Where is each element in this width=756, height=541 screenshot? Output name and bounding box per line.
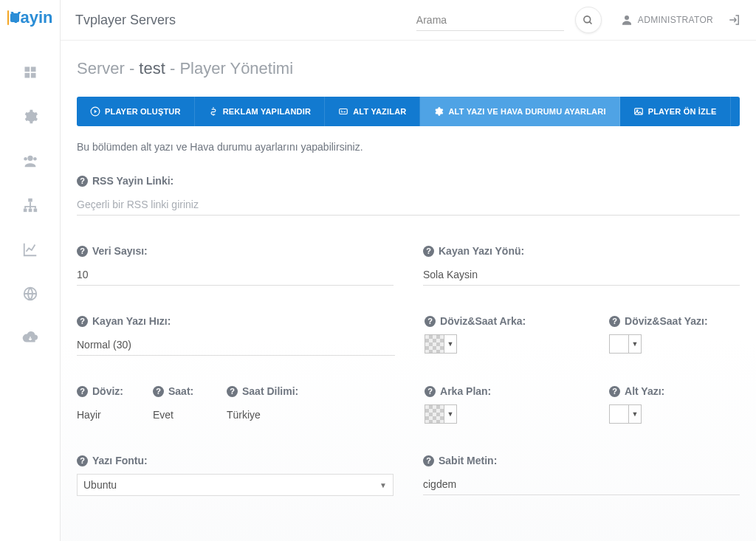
help-icon[interactable]: ?	[77, 246, 88, 257]
saat-field[interactable]: Evet	[153, 404, 197, 425]
svg-point-5	[33, 157, 37, 161]
image-icon	[633, 106, 644, 117]
tab-player-create[interactable]: PLAYER OLUŞTUR	[77, 97, 195, 126]
topbar: Tvplayer Servers ADMINISTRATOR	[61, 0, 756, 41]
sidebar-item-network[interactable]	[0, 183, 60, 227]
sidebar-item-globe[interactable]	[0, 272, 60, 316]
arka-plan-colorpicker[interactable]: ▼	[425, 404, 457, 424]
veri-sayisi-field[interactable]: 10	[77, 264, 394, 286]
color-swatch	[425, 405, 444, 423]
chevron-down-icon: ▼	[379, 481, 387, 489]
help-icon[interactable]: ?	[153, 386, 164, 397]
cloud-download-icon	[22, 330, 38, 346]
user-icon	[620, 13, 633, 27]
sidebar-item-dashboard[interactable]	[0, 50, 60, 94]
color-swatch	[610, 405, 629, 423]
app-container: Yayin Tvplayer Servers	[0, 0, 756, 541]
help-icon[interactable]: ?	[77, 386, 88, 397]
chart-line-icon	[22, 241, 38, 258]
sidebar-item-cloud[interactable]	[0, 316, 60, 360]
saat-dilimi-label: ? Saat Dilimi:	[227, 385, 395, 397]
content: Server - test - Player Yönetimi PLAYER O…	[61, 41, 756, 541]
help-icon[interactable]: ?	[425, 386, 436, 397]
rss-label: ? RSS Yayin Linki:	[77, 175, 740, 187]
svg-point-4	[24, 157, 27, 161]
logout-icon	[728, 13, 741, 27]
help-icon[interactable]: ?	[77, 176, 88, 187]
user-menu[interactable]: ADMINISTRATOR	[620, 13, 713, 27]
globe-icon	[22, 286, 38, 302]
search-wrap: ADMINISTRATOR	[416, 7, 741, 33]
users-icon	[22, 153, 38, 169]
sidebar-item-users[interactable]	[0, 139, 60, 183]
chevron-down-icon: ▼	[444, 335, 456, 353]
sidebar: Yayin	[0, 0, 61, 541]
logo[interactable]: Yayin	[7, 7, 53, 28]
logout-button[interactable]	[728, 13, 741, 27]
alt-yazi-colorpicker[interactable]: ▼	[609, 404, 642, 424]
kayan-yazi-yonu-label: ? Kayan Yazı Yönü:	[423, 245, 740, 257]
veri-sayisi-label: ? Veri Sayısı:	[77, 245, 394, 257]
help-icon[interactable]: ?	[609, 316, 620, 327]
help-icon[interactable]: ?	[609, 386, 620, 397]
gear-icon	[433, 106, 444, 117]
select-value: Ubuntu	[83, 479, 117, 491]
doviz-field[interactable]: Hayir	[77, 404, 123, 425]
arka-plan-label: ? Arka Plan:	[425, 385, 580, 397]
user-label: ADMINISTRATOR	[638, 15, 713, 25]
svg-rect-7	[23, 209, 27, 213]
chevron-down-icon: ▼	[444, 405, 456, 423]
sidebar-item-settings[interactable]	[0, 94, 60, 139]
code-icon	[744, 106, 755, 117]
help-icon[interactable]: ?	[77, 455, 88, 466]
svg-rect-0	[24, 67, 30, 72]
subtitle-icon	[338, 106, 348, 117]
kayan-yazi-hizi-label: ? Kayan Yazı Hızı:	[77, 315, 395, 327]
search-icon	[583, 15, 594, 26]
play-circle-icon	[90, 106, 100, 117]
sabit-metin-field[interactable]: cigdem	[423, 474, 740, 495]
doviz-saat-yazi-label: ? Döviz&Saat Yazı:	[609, 315, 743, 327]
saat-label: ? Saat:	[153, 385, 197, 397]
svg-rect-6	[28, 199, 32, 202]
tabbar: PLAYER OLUŞTUR REKLAM YAPILANDIR ALT YAZ…	[77, 97, 740, 126]
help-icon[interactable]: ?	[227, 386, 238, 397]
svg-rect-3	[30, 73, 35, 78]
rss-input[interactable]	[77, 194, 740, 216]
grid-icon	[23, 65, 38, 80]
help-icon[interactable]: ?	[77, 316, 88, 327]
section-description: Bu bölümden alt yazı ve Hava durumu ayar…	[77, 141, 740, 153]
svg-point-12	[625, 15, 629, 20]
tab-player-preview[interactable]: PLAYER ÖN İZLE	[620, 97, 731, 126]
sabit-metin-label: ? Sabit Metin:	[423, 455, 740, 466]
kayan-yazi-hizi-field[interactable]: Normal (30)	[77, 334, 395, 356]
tab-subtitle-weather-settings[interactable]: ALT YAZI VE HAVA DURUMU AYARLARI	[420, 97, 619, 126]
money-icon	[208, 106, 219, 117]
search-button[interactable]	[575, 7, 602, 33]
svg-rect-1	[30, 67, 35, 72]
color-swatch	[610, 335, 629, 353]
logo-icon	[7, 10, 10, 25]
yazi-fontu-select[interactable]: Ubuntu ▼	[77, 474, 394, 496]
doviz-saat-arka-colorpicker[interactable]: ▼	[425, 334, 457, 354]
help-icon[interactable]: ?	[423, 246, 434, 257]
svg-point-11	[584, 15, 591, 22]
doviz-saat-arka-label: ? Döviz&Saat Arka:	[425, 315, 580, 327]
color-swatch	[425, 335, 444, 353]
svg-rect-9	[33, 209, 37, 213]
help-icon[interactable]: ?	[423, 455, 434, 466]
help-icon[interactable]: ?	[425, 316, 436, 327]
doviz-saat-yazi-colorpicker[interactable]: ▼	[609, 334, 642, 354]
tab-subtitles[interactable]: ALT YAZILAR	[325, 97, 420, 126]
search-input[interactable]	[416, 10, 564, 31]
sidebar-item-analytics[interactable]	[0, 227, 60, 272]
chevron-down-icon: ▼	[629, 405, 641, 423]
tab-ad-config[interactable]: REKLAM YAPILANDIR	[195, 97, 326, 126]
page-title: Server - test - Player Yönetimi	[77, 59, 740, 78]
tab-player-code[interactable]: PLAYER KODU	[731, 97, 757, 126]
kayan-yazi-yonu-field[interactable]: Sola Kaysin	[423, 264, 740, 286]
svg-rect-8	[28, 209, 32, 213]
saat-dilimi-field[interactable]: Türkiye	[227, 404, 395, 425]
topbar-title: Tvplayer Servers	[75, 13, 176, 28]
svg-rect-2	[24, 73, 30, 78]
